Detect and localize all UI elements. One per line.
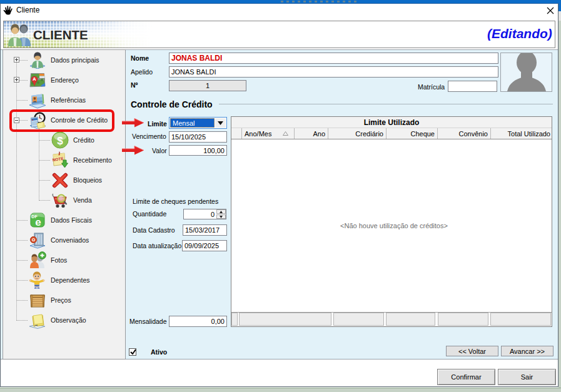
svg-text:A: A [33,76,36,82]
svg-text:e: e [35,216,41,228]
svg-text:$: $ [57,135,63,147]
